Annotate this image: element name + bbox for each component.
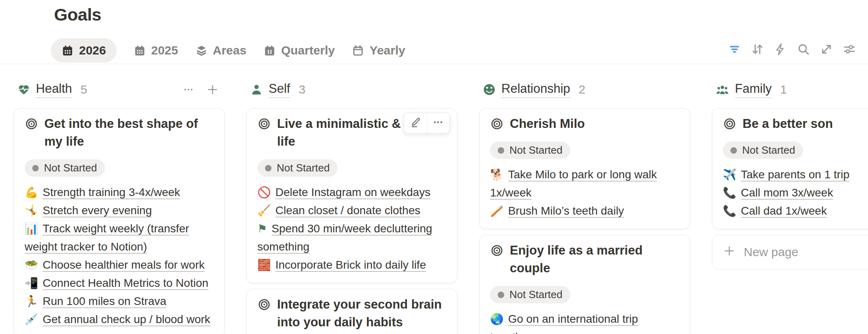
pencil-icon xyxy=(409,116,421,130)
goal-card-better-son[interactable]: Be a better son Not Started ✈️Take paren… xyxy=(712,108,868,229)
expand-icon xyxy=(820,42,833,58)
subpage-link[interactable]: 📊Track weight weekly (transfer weight tr… xyxy=(25,219,214,256)
card-subitems: 🚫Delete Instagram on weekdays 🧹Clean clo… xyxy=(257,183,447,274)
more-button[interactable] xyxy=(427,113,450,133)
subpage-link[interactable]: 📞Call dad 1x/week xyxy=(723,202,868,220)
tab-label: 2026 xyxy=(79,44,106,57)
tab-2025[interactable]: 2025 xyxy=(134,44,178,57)
tab-label: Yearly xyxy=(369,44,405,57)
layers-icon xyxy=(195,44,208,57)
status-label: Not Started xyxy=(509,288,563,301)
automations-button[interactable] xyxy=(773,41,788,59)
subpage-link[interactable]: 🐕Take Milo to park or long walk 1x/week xyxy=(490,165,679,202)
column-count: 5 xyxy=(81,83,88,96)
subpage-link[interactable]: 🏃Run 100 miles on Strava xyxy=(25,292,214,310)
target-icon xyxy=(257,296,271,331)
prohibited-emoji: 🚫 xyxy=(257,186,271,198)
edit-button[interactable] xyxy=(404,113,427,133)
view-settings-button[interactable] xyxy=(842,41,857,59)
more-icon xyxy=(432,116,444,130)
goal-card-cherish-milo[interactable]: Cherish Milo Not Started 🐕Take Milo to p… xyxy=(479,108,690,229)
calendar-outline-icon xyxy=(352,44,364,57)
status-dot-icon xyxy=(498,292,504,298)
sort-icon xyxy=(751,42,764,58)
search-button[interactable] xyxy=(796,41,811,59)
goal-card-second-brain[interactable]: Integrate your second brain into your da… xyxy=(246,289,457,334)
cartwheel-emoji: 🤸 xyxy=(25,204,38,217)
tab-label: 2025 xyxy=(151,44,178,57)
filter-button[interactable] xyxy=(727,41,742,59)
bar-chart-emoji: 📊 xyxy=(25,222,38,235)
column-more-button[interactable] xyxy=(180,81,196,98)
heart-eyes-face-icon xyxy=(482,83,496,96)
tab-yearly[interactable]: Yearly xyxy=(352,44,405,57)
subpage-link[interactable]: 💉Get annual check up / blood work xyxy=(25,310,214,328)
tab-areas[interactable]: Areas xyxy=(195,44,246,57)
syringe-emoji: 💉 xyxy=(25,313,38,326)
target-icon xyxy=(490,242,504,277)
tab-quarterly[interactable]: Quarterly xyxy=(263,44,335,57)
status-dot-icon xyxy=(498,147,504,154)
status-badge: Not Started xyxy=(723,142,803,159)
column-title: Health xyxy=(36,81,72,98)
column-relationship: Relationship 2 Cherish Milo Not Started … xyxy=(479,79,690,334)
notion-goals-board: Goals 2026 2025 Areas Quarterly xyxy=(0,0,868,334)
column-header: Family 1 xyxy=(712,79,868,100)
calendar-icon xyxy=(61,44,74,57)
subpage-link[interactable]: 💪Strength training 3-4x/week xyxy=(25,183,214,201)
subpage-link[interactable]: 🤸Stretch every evening xyxy=(25,201,214,219)
salad-emoji: 🥗 xyxy=(25,259,38,271)
subpage-link[interactable]: 🚫Delete Instagram on weekdays xyxy=(257,183,447,201)
target-icon xyxy=(723,115,737,133)
toolbar-divider xyxy=(0,64,868,64)
subpage-link[interactable]: 🧱Incorporate Brick into daily life xyxy=(257,256,447,274)
goal-card-minimalistic-life[interactable]: Live a minimalistic & simple life Not St… xyxy=(246,108,457,283)
column-actions xyxy=(180,81,225,98)
column-header: Self 3 xyxy=(246,79,457,100)
view-toolbar xyxy=(727,41,857,59)
sort-button[interactable] xyxy=(750,41,765,59)
person-icon xyxy=(250,83,263,96)
goal-card-best-shape[interactable]: Get into the best shape of my life Not S… xyxy=(14,108,225,334)
broom-emoji: 🧹 xyxy=(257,204,271,217)
column-self: Self 3 Live a minimalistic & simple life xyxy=(246,79,457,334)
page-title: Goals xyxy=(54,5,101,25)
target-icon xyxy=(490,115,504,133)
card-title: Get into the best shape of my life xyxy=(44,115,214,150)
status-dot-icon xyxy=(32,165,39,171)
search-icon xyxy=(797,42,810,58)
heart-pulse-icon xyxy=(17,83,31,96)
column-title: Self xyxy=(269,81,290,98)
subpage-link[interactable]: ✈️Take parents on 1 trip xyxy=(723,165,868,184)
card-title: Enjoy life as a married couple xyxy=(510,242,679,277)
toothbrush-emoji: 🪥 xyxy=(490,205,504,217)
column-count: 3 xyxy=(298,83,305,96)
lightning-icon xyxy=(774,42,787,58)
tab-label: Areas xyxy=(213,44,246,57)
status-badge: Not Started xyxy=(257,159,338,177)
expand-button[interactable] xyxy=(819,41,834,59)
bricks-emoji: 🧱 xyxy=(257,259,271,271)
goal-card-married-couple[interactable]: Enjoy life as a married couple Not Start… xyxy=(479,235,690,334)
new-page-button[interactable]: New page xyxy=(712,235,868,269)
subpage-link[interactable]: 🥗Choose healthier meals for work xyxy=(25,256,214,274)
subpage-link[interactable]: 🌏Go on an international trip together xyxy=(490,310,679,334)
globe-emoji: 🌏 xyxy=(490,313,504,325)
subpage-link[interactable]: 🪥Brush Milo’s teeth daily xyxy=(490,202,679,220)
column-add-button[interactable] xyxy=(204,81,221,98)
family-group-icon xyxy=(715,83,730,96)
plus-icon xyxy=(723,244,736,260)
subpage-link[interactable]: 📞Call mom 3x/week xyxy=(723,184,868,202)
phone-arrow-emoji: 📲 xyxy=(25,277,38,289)
tab-2026[interactable]: 2026 xyxy=(51,38,117,63)
subpage-link[interactable]: 📲Connect Health Metrics to Notion xyxy=(25,274,214,292)
subpage-link[interactable]: ⚑Spend 30 min/week decluttering somethin… xyxy=(257,219,447,256)
tab-label: Quarterly xyxy=(281,44,335,57)
status-dot-icon xyxy=(730,147,737,154)
status-label: Not Started xyxy=(44,162,97,174)
view-tabs: 2026 2025 Areas Quarterly Yearly xyxy=(51,38,405,63)
runner-emoji: 🏃 xyxy=(25,295,38,307)
column-family: Family 1 Be a better son Not Started ✈️T… xyxy=(712,79,868,269)
subpage-link[interactable]: 🧹Clean closet / donate clothes xyxy=(257,201,447,219)
target-icon xyxy=(257,115,271,150)
